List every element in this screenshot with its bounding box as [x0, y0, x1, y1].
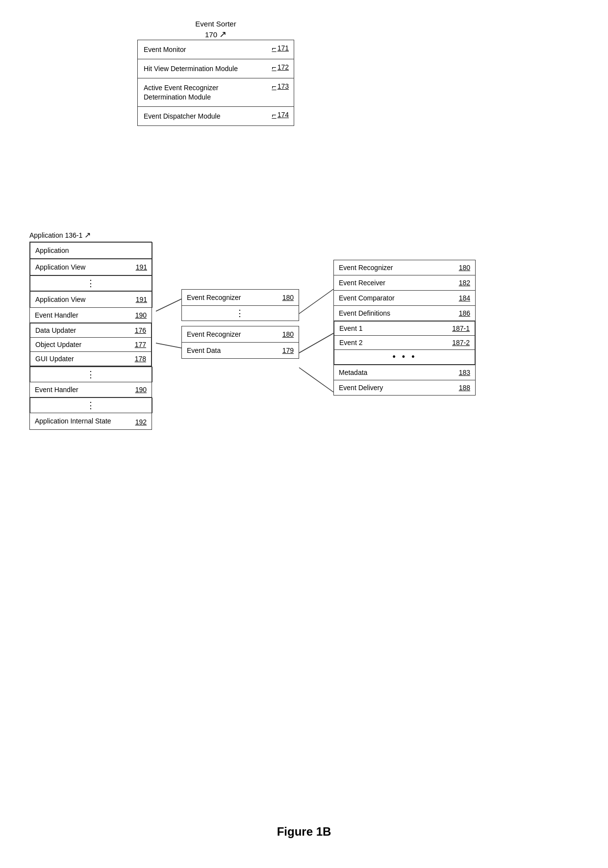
connector-lines [0, 0, 608, 868]
event-handler-2-ref: 190 [135, 386, 147, 394]
app-internal-state-ref: 192 [135, 418, 147, 426]
event-handler-1-ref: 190 [135, 311, 147, 319]
event-sorter-ref: 170 [205, 30, 217, 39]
event-handler-2-row: Event Handler 190 [30, 382, 152, 397]
event-delivery-ref: 188 [459, 384, 470, 392]
middle-col: Event Recognizer 180 ⋮ Event Recognizer … [181, 289, 299, 359]
event-handler-1-label: Event Handler [35, 311, 135, 319]
event-dispatcher-row: Event Dispatcher Module ⌐174 [138, 107, 294, 125]
event-definitions-row: Event Definitions 186 [334, 306, 475, 321]
er-1-ref: 180 [282, 294, 294, 301]
svg-line-2 [299, 289, 333, 314]
metadata-label: Metadata [339, 369, 459, 376]
event-dispatcher-label: Event Dispatcher Module [138, 107, 267, 125]
event-1-ref: 187-1 [452, 324, 470, 332]
aer-row: Active Event Recognizer Determination Mo… [138, 78, 294, 106]
object-updater-row: Object Updater 177 [30, 338, 151, 352]
event-handler-subbox: Data Updater 176 Object Updater 177 GUI … [30, 323, 152, 366]
er-detail-header-ref: 180 [459, 264, 470, 272]
er-1-dots: ⋮ [182, 306, 299, 321]
event-2-row: Event 2 187-2 [334, 336, 475, 350]
app-title-line: Application 136-1 ↗ [29, 230, 152, 240]
er-2-ref: 180 [282, 330, 294, 338]
app-section: Application 136-1 ↗ Application Applicat… [29, 230, 152, 430]
er-1-header-row: Event Recognizer 180 [182, 290, 299, 306]
event-dispatcher-ref: ⌐174 [267, 107, 294, 125]
event-comparator-ref: 184 [459, 294, 470, 302]
svg-line-3 [299, 333, 333, 353]
hit-view-row: Hit View Determination Module ⌐172 [138, 59, 294, 78]
gui-updater-label: GUI Updater [35, 355, 135, 363]
event-2-ref: 187-2 [452, 339, 470, 347]
event-comparator-label: Event Comparator [339, 294, 459, 302]
svg-line-0 [156, 299, 181, 311]
er-box-2: Event Recognizer 180 Event Data 179 [181, 326, 299, 359]
app-internal-state-row: Application Internal State 192 [30, 413, 152, 429]
er-2-label: Event Recognizer [187, 330, 282, 338]
app-internal-state-label: Application Internal State [35, 417, 135, 425]
er-detail-header-row: Event Recognizer 180 [334, 260, 475, 275]
aer-label: Active Event Recognizer Determination Mo… [138, 78, 267, 106]
event-monitor-ref: ⌐171 [267, 40, 294, 59]
gui-updater-ref: 178 [135, 355, 146, 363]
metadata-ref: 183 [459, 369, 470, 376]
er-detail-header-label: Event Recognizer [339, 264, 459, 272]
app-dots-2: ⋮ [30, 367, 152, 382]
event-1-row: Event 1 187-1 [334, 322, 475, 336]
event-sub-dots: • • • [334, 350, 475, 364]
hit-view-ref: ⌐172 [267, 59, 294, 78]
app-title-label: Application 136-1 [29, 231, 82, 239]
event-handler-2-label: Event Handler [35, 386, 135, 394]
er-box-1: Event Recognizer 180 ⋮ [181, 289, 299, 321]
event-definitions-subbox: Event 1 187-1 Event 2 187-2 • • • [334, 321, 475, 365]
page-container: Event Sorter 170 ↗ Event Monitor ⌐171 Hi… [0, 0, 608, 868]
svg-line-1 [156, 343, 181, 348]
app-view-1-label: Application View [35, 263, 136, 272]
hit-view-label: Hit View Determination Module [138, 59, 267, 78]
app-view-2-label: Application View [35, 295, 136, 304]
right-col: Event Recognizer 180 Event Receiver 182 … [333, 260, 476, 396]
event-data-row: Event Data 179 [182, 343, 299, 358]
app-title-arrow: ↗ [84, 230, 91, 240]
app-dots-1: ⋮ [30, 275, 152, 291]
er-2-header-row: Event Recognizer 180 [182, 326, 299, 343]
er-1-label: Event Recognizer [187, 294, 282, 301]
app-header: Application [30, 242, 152, 259]
event-delivery-label: Event Delivery [339, 384, 459, 392]
svg-line-4 [299, 368, 333, 392]
object-updater-ref: 177 [135, 341, 146, 348]
event-data-label: Event Data [187, 347, 282, 354]
top-diagram: Event Sorter 170 ↗ Event Monitor ⌐171 Hi… [137, 20, 294, 126]
event-receiver-ref: 182 [459, 279, 470, 287]
event-receiver-label: Event Receiver [339, 279, 459, 287]
object-updater-label: Object Updater [35, 341, 135, 348]
metadata-row: Metadata 183 [334, 365, 475, 380]
event-receiver-row: Event Receiver 182 [334, 275, 475, 291]
figure-label: Figure 1B [277, 825, 331, 839]
aer-ref: ⌐173 [267, 78, 294, 106]
event-definitions-ref: 186 [459, 309, 470, 317]
data-updater-label: Data Updater [35, 326, 135, 334]
event-sorter-title: Event Sorter [137, 20, 294, 28]
event-1-label: Event 1 [339, 324, 452, 332]
event-definitions-section: Event Definitions 186 Event 1 187-1 Even… [334, 306, 475, 365]
event-delivery-row: Event Delivery 188 [334, 380, 475, 395]
event-sorter-ref-line: 170 ↗ [137, 29, 294, 40]
event-2-label: Event 2 [339, 339, 452, 347]
app-box: Application Application View 191 ⋮ Appli… [29, 242, 152, 430]
data-updater-row: Data Updater 176 [30, 323, 151, 338]
er-detail-box: Event Recognizer 180 Event Receiver 182 … [333, 260, 476, 396]
event-data-ref: 179 [282, 347, 294, 354]
event-monitor-label: Event Monitor [138, 40, 267, 59]
event-definitions-label: Event Definitions [339, 309, 459, 317]
gui-updater-row: GUI Updater 178 [30, 352, 151, 366]
app-view-1-ref: 191 [136, 263, 147, 271]
event-handler-1-section: Event Handler 190 Data Updater 176 Objec… [30, 308, 152, 367]
event-comparator-row: Event Comparator 184 [334, 291, 475, 306]
app-view-2-ref: 191 [136, 296, 147, 303]
data-updater-ref: 176 [135, 326, 146, 334]
event-sorter-box: Event Monitor ⌐171 Hit View Determinatio… [137, 40, 294, 126]
event-handler-1-row: Event Handler 190 [30, 308, 152, 323]
event-monitor-row: Event Monitor ⌐171 [138, 40, 294, 59]
app-view-2-row: Application View 191 [30, 291, 152, 308]
